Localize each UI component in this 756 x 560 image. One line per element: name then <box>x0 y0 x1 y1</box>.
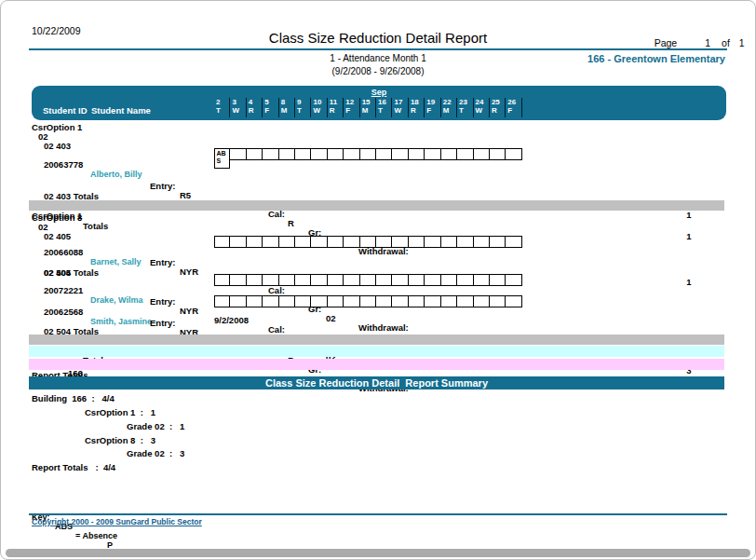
day-column-header: 9T <box>295 98 311 117</box>
day-column-header: 18R <box>409 98 425 117</box>
summary-row: Building 166 : 4/4 <box>32 394 115 403</box>
csr-option-totals-band: CsrOption 8 Totals 3 <box>29 335 724 345</box>
entry-row: Entry: R5 9/2/2008 Cal: R Gr: 02 Withdra… <box>1 172 755 182</box>
day-column-header: 22M <box>441 98 457 117</box>
totals-row: 02 405 Totals 1 <box>1 259 755 268</box>
column-header-student-name: Student Name <box>91 105 151 116</box>
footer-rule <box>29 513 727 515</box>
column-header-student-id: Student ID <box>43 105 88 116</box>
table-header-band: Sep Student ID Student Name 2T3W4R5F8M9T… <box>32 86 726 120</box>
student-id: 20063778 <box>44 160 83 170</box>
day-column-header: 17W <box>392 98 408 117</box>
day-column-header: 8M <box>279 98 295 117</box>
entry-row: Entry: NYR 9/2/2008 Cal: R Gr: 02 Withdr… <box>1 249 755 258</box>
summary-title-band: Class Size Reduction Detail Report Summa… <box>29 376 724 389</box>
day-column-header: 5F <box>263 98 278 117</box>
student-row: 20063778 Alberto, Billy <box>1 151 755 160</box>
day-column-header: 23T <box>457 98 473 117</box>
day-column-header: 2T <box>214 98 230 117</box>
key-desc: = Absence <box>75 531 117 540</box>
page-number: 1 <box>705 37 710 48</box>
summary-row: CsrOption 8 : 3 <box>85 436 155 445</box>
student-row: 20072221 Drake, Wilma <box>1 277 755 286</box>
summary-row: Report Totals : 4/4 <box>32 463 115 472</box>
day-column-header: 24W <box>474 98 490 117</box>
attendance-date-range: (9/2/2008 - 9/26/2008) <box>1 66 755 76</box>
day-column-header: 25R <box>490 98 506 117</box>
page-label: Page <box>655 37 678 48</box>
copyright-link[interactable]: Copyright 2000 - 2009 SunGard Public Sec… <box>32 517 202 526</box>
day-column-header: 26F <box>506 98 521 117</box>
page-total: 1 <box>739 37 745 48</box>
summary-row: Grade 02 : 1 <box>127 422 184 431</box>
day-column-header: 12F <box>344 98 359 117</box>
legend-key: Key: ABS = Absence P = Personal Absence … <box>32 503 41 512</box>
day-header-row: 2T3W4R5F8M9T10W11R12F15M16T17W18R19F22M2… <box>214 98 522 117</box>
group-row: 02 <box>1 223 755 232</box>
class-label: 02 403 <box>44 142 71 151</box>
summary-row: Grade 02 : 3 <box>127 449 184 458</box>
summary-title: Class Size Reduction Detail Report Summa… <box>265 377 488 389</box>
totals-row: 02 403 Totals 1 <box>1 183 755 192</box>
building-name: 166 - Greentown Elementary <box>587 53 725 64</box>
day-column-header: 4R <box>247 98 263 117</box>
csr-option-totals-band: CsrOption 1 Totals 1 <box>29 200 724 211</box>
bottom-scrollbar[interactable] <box>6 549 750 557</box>
report-title: Class Size Reduction Detail Report <box>1 30 755 46</box>
student-row: 20066088 Barnet, Sally <box>1 239 755 248</box>
day-column-header: 3W <box>230 98 246 117</box>
header-rule <box>29 48 727 50</box>
group-row: CsrOption 8 <box>1 213 755 223</box>
building-totals-band: Building 166 4 <box>29 346 724 357</box>
day-column-header: 15M <box>360 98 376 117</box>
month-header: Sep <box>32 88 726 97</box>
day-column-header: 19F <box>425 98 440 117</box>
report-totals-band: Report Totals 4 <box>29 359 724 370</box>
day-column-header: 10W <box>311 98 327 117</box>
group-row: CsrOption 1 <box>1 123 755 132</box>
summary-row: CsrOption 1 : 1 <box>85 408 155 417</box>
day-column-header: 16T <box>376 98 392 117</box>
page-of-label: of <box>722 37 730 48</box>
group-row: 02 <box>1 132 755 142</box>
student-row: 20062568 Smith, Jasmine <box>1 298 755 307</box>
day-column-header: 11R <box>328 98 344 117</box>
report-page: 10/22/2009 Class Size Reduction Detail R… <box>0 0 756 560</box>
